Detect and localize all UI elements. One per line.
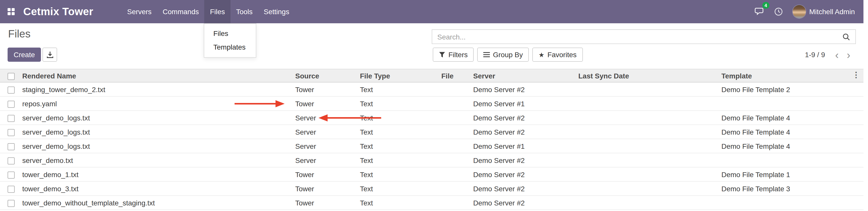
cell-last-sync-date xyxy=(578,111,721,125)
cell-source: Server xyxy=(295,125,360,139)
column-header-file-type[interactable]: File Type xyxy=(360,69,441,82)
table-row[interactable]: repos.yaml Tower Text Demo Server #1 xyxy=(0,96,868,111)
select-all-cell xyxy=(0,69,22,82)
column-header-last-sync-date[interactable]: Last Sync Date xyxy=(578,69,721,82)
user-avatar[interactable] xyxy=(793,5,806,18)
cell-last-sync-date xyxy=(578,167,721,181)
create-button[interactable]: Create xyxy=(8,48,41,62)
cell-last-sync-date xyxy=(578,181,721,195)
activity-menu-button[interactable] xyxy=(769,0,787,23)
cell-server: Demo Server #2 xyxy=(473,111,578,125)
cell-template xyxy=(721,195,868,210)
cell-server: Demo Server #2 xyxy=(473,82,578,96)
table-row[interactable]: server_demo_logs.txt Server Text Demo Se… xyxy=(0,111,868,125)
table-row[interactable]: server_demo_logs.txt Server Text Demo Se… xyxy=(0,139,868,153)
cell-source: Server xyxy=(295,153,360,167)
cell-source: Tower xyxy=(295,195,360,210)
cell-server: Demo Server #2 xyxy=(473,125,578,139)
filters-button[interactable]: Filters xyxy=(433,48,474,62)
cell-rendered-name: server_demo_logs.txt xyxy=(22,125,295,139)
download-icon xyxy=(46,51,53,58)
cell-server: Demo Server #1 xyxy=(473,139,578,153)
cell-last-sync-date xyxy=(578,139,721,153)
pager-next-button[interactable]: › xyxy=(843,49,854,60)
row-select-cell xyxy=(0,139,22,153)
table-row[interactable]: tower_demo_without_template_staging.txt … xyxy=(0,195,868,210)
dropdown-item-files[interactable]: Files xyxy=(204,27,256,40)
column-header-source[interactable]: Source xyxy=(295,69,360,82)
cell-file xyxy=(441,167,473,181)
column-header-file[interactable]: File xyxy=(441,69,473,82)
apps-menu-button[interactable] xyxy=(5,0,17,23)
cell-source: Tower xyxy=(295,167,360,181)
row-select-cell xyxy=(0,82,22,96)
search-button[interactable] xyxy=(837,33,855,41)
cell-file xyxy=(441,139,473,153)
row-checkbox[interactable] xyxy=(8,86,15,93)
filters-label: Filters xyxy=(448,51,468,59)
row-checkbox[interactable] xyxy=(8,171,15,178)
cell-last-sync-date xyxy=(578,153,721,167)
apps-grid-icon xyxy=(8,8,15,15)
column-header-template[interactable]: Template xyxy=(721,69,868,82)
app-brand[interactable]: Cetmix Tower xyxy=(23,6,93,18)
row-checkbox[interactable] xyxy=(8,200,15,207)
messages-menu-button[interactable]: 4 xyxy=(750,0,769,23)
cell-rendered-name: repos.yaml xyxy=(22,96,295,111)
cell-last-sync-date xyxy=(578,96,721,111)
cell-server: Demo Server #2 xyxy=(473,153,578,167)
export-button[interactable] xyxy=(42,48,57,62)
cell-server: Demo Server #2 xyxy=(473,195,578,210)
table-row[interactable]: tower_demo_3.txt Tower Text Demo Server … xyxy=(0,181,868,195)
filter-funnel-icon xyxy=(439,51,445,58)
select-all-checkbox[interactable] xyxy=(8,72,15,80)
row-select-cell xyxy=(0,181,22,195)
top-navbar: Cetmix Tower Servers Commands Files Tool… xyxy=(0,0,868,23)
cell-server: Demo Server #2 xyxy=(473,167,578,181)
cell-file xyxy=(441,195,473,210)
column-header-server[interactable]: Server xyxy=(473,69,578,82)
table-header-row: Rendered Name Source File Type File Serv… xyxy=(0,69,868,82)
cell-rendered-name: server_demo.txt xyxy=(22,153,295,167)
menu-item-commands[interactable]: Commands xyxy=(157,0,205,23)
cell-file xyxy=(441,96,473,111)
menu-item-files[interactable]: Files xyxy=(205,0,230,23)
menu-item-settings[interactable]: Settings xyxy=(258,0,295,23)
favorites-button[interactable]: ★ Favorites xyxy=(533,48,583,62)
table-row[interactable]: server_demo_logs.txt Server Text Demo Se… xyxy=(0,125,868,139)
row-checkbox[interactable] xyxy=(8,129,15,136)
cell-template xyxy=(721,96,868,111)
pager: 1-9 / 9 ‹ › xyxy=(805,48,854,62)
cell-file-type: Text xyxy=(360,195,441,210)
pager-previous-button[interactable]: ‹ xyxy=(831,49,843,60)
table-row[interactable]: server_demo.txt Server Text Demo Server … xyxy=(0,153,868,167)
cell-file-type: Text xyxy=(360,139,441,153)
row-checkbox[interactable] xyxy=(8,115,15,122)
search-bar xyxy=(432,29,856,44)
menu-item-servers[interactable]: Servers xyxy=(122,0,157,23)
cell-template: Demo File Template 3 xyxy=(721,181,868,195)
search-input[interactable] xyxy=(432,33,837,41)
row-select-cell xyxy=(0,195,22,210)
group-by-label: Group By xyxy=(493,51,523,59)
files-list-table: Rendered Name Source File Type File Serv… xyxy=(0,69,868,210)
row-checkbox[interactable] xyxy=(8,143,15,150)
optional-columns-button[interactable]: ⋮ xyxy=(852,71,860,79)
row-checkbox[interactable] xyxy=(8,185,15,192)
group-by-button[interactable]: Group By xyxy=(477,48,529,62)
cell-template xyxy=(721,153,868,167)
pager-range: 1-9 / 9 xyxy=(805,51,825,59)
list-icon xyxy=(483,52,490,58)
cell-file-type: Text xyxy=(360,153,441,167)
cell-rendered-name: server_demo_logs.txt xyxy=(22,139,295,153)
dropdown-item-templates[interactable]: Templates xyxy=(204,40,256,54)
page-title: Files xyxy=(8,28,31,40)
menu-item-tools[interactable]: Tools xyxy=(230,0,258,23)
column-header-rendered-name[interactable]: Rendered Name xyxy=(22,69,295,82)
row-checkbox[interactable] xyxy=(8,100,15,108)
table-row[interactable]: tower_demo_1.txt Tower Text Demo Server … xyxy=(0,167,868,181)
user-menu[interactable]: Mitchell Admin xyxy=(809,8,855,16)
cell-file-type: Text xyxy=(360,125,441,139)
row-checkbox[interactable] xyxy=(8,157,15,164)
table-row[interactable]: staging_tower_demo_2.txt Tower Text Demo… xyxy=(0,82,868,96)
